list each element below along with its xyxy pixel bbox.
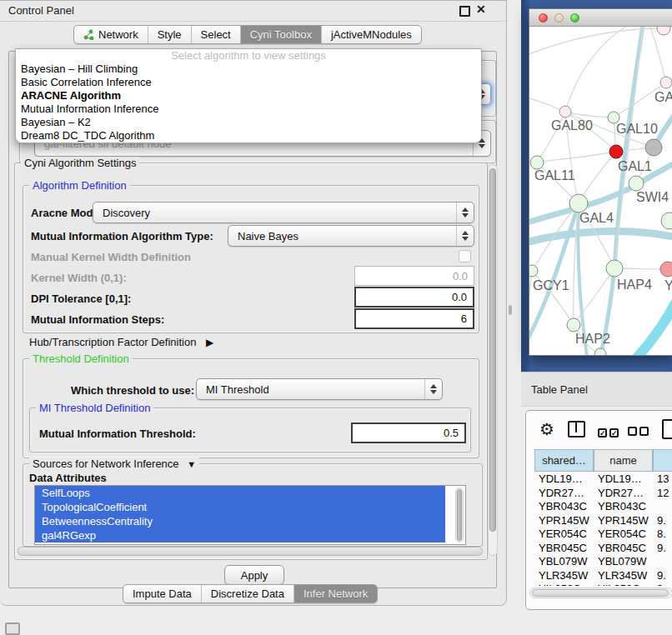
data-attribute-item[interactable]: gal4RGexp xyxy=(35,528,445,542)
tab-label: Select xyxy=(201,28,231,41)
tab-select[interactable]: Select xyxy=(192,26,241,43)
algorithm-option[interactable]: Mutual Information Inference xyxy=(16,102,481,116)
close-icon[interactable]: ✕ xyxy=(476,2,486,16)
table-row[interactable]: YBL079WYBL079W xyxy=(526,555,672,569)
tab-label: Network xyxy=(98,28,138,41)
column-header-shared…[interactable]: shared… xyxy=(534,449,594,472)
table-cell xyxy=(653,555,672,569)
network-graph-icon xyxy=(83,29,94,40)
algorithm-option[interactable]: Basic Correlation Inference xyxy=(16,76,481,89)
network-window-titlebar[interactable] xyxy=(529,9,672,27)
sources-expander[interactable]: Sources for Network Inference ▼ xyxy=(29,458,199,470)
tab-label: jActiveMNodules xyxy=(331,28,412,41)
expander-down-icon: ▼ xyxy=(187,459,196,469)
table-row[interactable]: YBR045CYBR045C9. xyxy=(526,542,672,556)
data-attribute-item[interactable]: BetweennessCentrality xyxy=(35,514,445,528)
column-header-name[interactable]: name xyxy=(594,449,653,472)
aracne-mode-combo[interactable]: Discovery xyxy=(93,202,474,223)
table-row[interactable]: YLR345WYLR345W9. xyxy=(526,569,672,583)
document-icon[interactable] xyxy=(662,419,672,439)
hide-columns-icon[interactable] xyxy=(628,424,649,439)
gear-icon[interactable]: ⚙ xyxy=(539,419,554,439)
algorithm-option[interactable]: Bayesian – Hill Climbing xyxy=(16,62,481,76)
settings-vertical-scrollbar[interactable] xyxy=(488,164,498,556)
mi-threshold-label: Mutual Information Threshold: xyxy=(39,428,196,440)
algorithm-option[interactable]: Dream8 DC_TDC Algorithm xyxy=(16,129,481,142)
network-node-gal[interactable] xyxy=(660,77,672,88)
table-cell: YER054C xyxy=(534,528,594,542)
kernel-width-field[interactable]: 0.0 xyxy=(354,266,474,286)
network-node-gal1[interactable] xyxy=(609,145,623,158)
network-node-gal4[interactable] xyxy=(569,194,588,212)
minimize-traffic-light-icon[interactable] xyxy=(554,13,564,22)
table-cell: YBR043C xyxy=(534,500,594,514)
network-node[interactable] xyxy=(645,139,662,156)
network-node-y[interactable] xyxy=(660,262,672,277)
table-row[interactable]: YBR043CYBR043C xyxy=(526,500,672,514)
algorithm-option[interactable]: ARACNE Algorithm xyxy=(16,89,481,102)
minimized-panel-icon[interactable] xyxy=(5,622,20,635)
table-cell: YDR27… xyxy=(534,487,594,501)
table-row[interactable]: YDR27…YDR27…12 xyxy=(526,487,672,501)
mi-algorithm-type-combo[interactable]: Naive Bayes xyxy=(228,225,474,247)
network-node-gal11[interactable] xyxy=(530,156,544,169)
algorithm-option[interactable]: Bayesian – K2 xyxy=(16,116,481,129)
tab-network[interactable]: Network xyxy=(74,26,148,43)
apply-button[interactable]: Apply xyxy=(224,565,284,585)
list-scrollbar[interactable] xyxy=(455,488,464,542)
mi-threshold-field[interactable]: 0.5 xyxy=(351,422,466,443)
manual-kernel-checkbox[interactable] xyxy=(459,250,471,262)
network-node-hap4[interactable] xyxy=(606,260,623,277)
table-row[interactable]: YPR145WYPR145W9. xyxy=(526,514,672,528)
node-label: GAL80 xyxy=(551,118,593,132)
network-node[interactable] xyxy=(661,212,672,229)
combo-stepper-icon[interactable] xyxy=(456,226,474,246)
combo-stepper-icon[interactable] xyxy=(456,202,474,222)
data-attribute-item[interactable]: TopologicalCoefficient xyxy=(35,500,445,514)
table-row[interactable]: YDL19…YDL19…13 xyxy=(526,472,672,487)
network-node-gcy1[interactable] xyxy=(529,265,538,277)
table-cell: YBL079W xyxy=(594,555,653,569)
tab-infer-network[interactable]: Infer Network xyxy=(294,585,377,602)
table-row[interactable]: YIL052CYIL052C9. xyxy=(526,582,672,586)
network-node-swi4[interactable] xyxy=(629,176,644,191)
table-cell: YLR345W xyxy=(534,569,594,583)
tab-impute-data[interactable]: Impute Data xyxy=(123,585,202,602)
algorithm-dropdown-list: Select algorithm to view settings Bayesi… xyxy=(15,48,482,143)
network-node[interactable] xyxy=(657,27,670,35)
dpi-tolerance-field[interactable]: 0.0 xyxy=(354,287,474,308)
panel-title: Control Panel xyxy=(8,4,74,17)
data-attribute-item[interactable]: SelfLoops xyxy=(35,486,445,500)
hub-definition-expander[interactable]: Hub/Transcription Factor Definition ▶ xyxy=(29,336,213,348)
tab-jactivemnodules[interactable]: jActiveMNodules xyxy=(322,26,421,43)
network-node[interactable] xyxy=(594,348,606,355)
network-node-hap2[interactable] xyxy=(567,318,580,332)
table-cell: YER054C xyxy=(594,528,653,542)
node-label: SWI4 xyxy=(636,190,669,204)
data-attributes-list[interactable]: SelfLoopsTopologicalCoefficientBetweenne… xyxy=(34,485,466,545)
combo-stepper-icon[interactable] xyxy=(424,379,442,399)
zoom-traffic-light-icon[interactable] xyxy=(570,13,579,22)
manual-kernel-label: Manual Kernel Width Definition xyxy=(31,251,191,263)
table-row[interactable]: YER054CYER054C8. xyxy=(526,528,672,542)
column-header-cut[interactable] xyxy=(653,449,672,472)
tab-style[interactable]: Style xyxy=(148,26,192,43)
tab-label: Discretize Data xyxy=(211,588,284,600)
table-horizontal-scrollbar[interactable] xyxy=(529,588,672,598)
network-canvas[interactable]: GAL80GALGAL10GAL1GAL11SWI4GAL4GCY1HAP4YH… xyxy=(529,27,672,355)
which-threshold-combo[interactable]: MI Threshold xyxy=(196,378,443,400)
dpi-tolerance-label: DPI Tolerance [0,1]: xyxy=(31,292,131,305)
tab-discretize-data[interactable]: Discretize Data xyxy=(202,585,294,602)
float-window-icon[interactable] xyxy=(459,6,470,17)
close-traffic-light-icon[interactable] xyxy=(539,13,548,22)
expander-right-icon: ▶ xyxy=(206,337,213,348)
split-columns-icon[interactable] xyxy=(568,421,585,438)
tab-cyni-toolbox[interactable]: Cyni Toolbox xyxy=(241,26,322,43)
control-panel-titlebar: Control Panel ✕ xyxy=(0,1,506,22)
show-selected-columns-icon[interactable]: ✓✓ xyxy=(598,424,619,439)
network-edge xyxy=(537,152,616,162)
panel-divider-handle[interactable] xyxy=(509,305,512,315)
network-node-gal80[interactable] xyxy=(559,106,571,118)
mi-steps-field[interactable]: 6 xyxy=(354,308,474,329)
table-cell xyxy=(653,500,672,514)
